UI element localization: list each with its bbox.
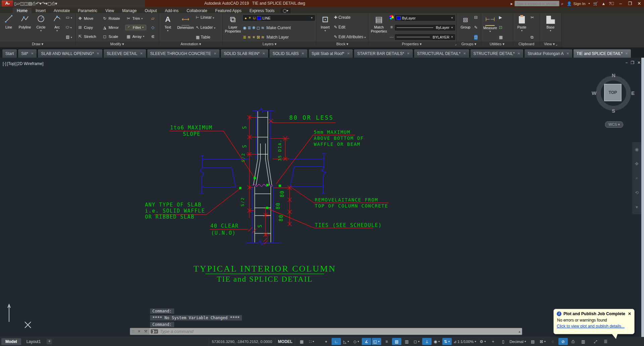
status-toggle-isolate-objects[interactable]: ◌ [548,338,558,345]
navigation-bar[interactable]: ◉ ✥ ⌕ ⟲ ▾ [632,142,641,214]
text-button[interactable]: A Text▾ [160,14,175,41]
file-tab[interactable]: STRUCTURE DETAIL*✕ [470,49,524,58]
measure-button[interactable]: ⊢⊣ Measure▾ [483,14,498,41]
viewport-view-control[interactable]: [Top] [7,61,16,66]
pan-icon[interactable]: ✥ [635,161,639,166]
paste-button[interactable]: Paste▾ [514,14,529,41]
grip-points[interactable] [239,177,281,209]
autodesk-mark-icon[interactable]: ▲ [601,1,605,6]
viewcube-top-face[interactable]: TOP [604,84,622,101]
app-store-cart-icon[interactable]: 🛒 [593,1,598,6]
layer-thaw-icon[interactable]: ☀ [248,16,252,20]
command-line-bar[interactable]: ∷ ✕ ⚒ ❯ ▾ ▲ [130,328,522,335]
wcs-dropdown[interactable]: WCS ▾ [605,121,623,128]
sign-in-caret-icon[interactable]: ▾ [588,2,590,5]
minimize-button[interactable]: – [616,0,625,7]
match-layer-button[interactable]: Match Layer [266,35,289,40]
status-toggle-object-snap[interactable]: ◱▼ [372,338,381,345]
viewcube-west[interactable]: W [592,90,596,96]
file-tab[interactable]: SLEEVE THROUGH CONCRETE✕ [147,49,220,58]
table-button[interactable]: ▦ Table [196,35,215,40]
mirror-button[interactable]: ◮Mirror [101,25,122,30]
leader-button[interactable]: ↖ Leader ▾ [196,25,215,31]
lineweight-dropdown[interactable]: BYLAYER▼ [395,34,455,40]
ellipse-tool-icon[interactable]: ⬭ ▾ [66,25,72,30]
panel-label-clipboard[interactable]: Clipboard [513,41,540,47]
status-toggle-polar-tracking[interactable]: ◺▼ [342,338,351,345]
quick-calc-icon[interactable]: ▦ [499,35,503,40]
rectangle-tool-icon[interactable]: ▭ ▾ [66,15,72,20]
navigation-wheel-icon[interactable]: ◉ [635,147,639,152]
color-wheel-icon[interactable] [389,15,394,19]
layer-color-swatch[interactable] [257,16,261,20]
edit-block-button[interactable]: ✎ Edit [334,25,366,30]
file-tab-close-icon[interactable]: ✕ [463,52,466,55]
ungroup-icon[interactable]: ⊟ [474,15,478,20]
copy-clip-icon[interactable]: ⧉ [531,35,534,40]
hatch-tool-icon[interactable]: ▨ ▾ [66,35,72,40]
cut-icon[interactable]: ✂ [531,15,534,20]
file-tab-close-icon[interactable]: ✕ [214,52,216,55]
redo-icon[interactable]: ↷ [42,1,45,6]
status-toggle-transparency[interactable]: ▨ [392,338,401,345]
viewcube-south[interactable]: S [612,108,615,114]
status-toggle-workspace-gear[interactable]: ⚙▼ [478,338,488,345]
status-toggle-annotation-scale[interactable]: ⊿1:1/100%▼ [452,338,478,345]
rotate-button[interactable]: ↻Rotate [101,16,122,21]
object-color-dropdown[interactable]: ByLayer ▼ [395,15,455,21]
zoom-extents-icon[interactable]: ⌕ [636,175,638,181]
panel-label-groups[interactable]: Groups ▾ [457,41,481,47]
notification-details-link[interactable]: Click to view plot and publish details..… [557,324,625,329]
viewcube[interactable]: TOP N S W E [595,75,632,112]
status-toggle-import-notify[interactable]: ▥ [579,338,588,345]
create-block-button[interactable]: ✚ Create [334,15,366,20]
file-tab[interactable]: STRUCTURAL DETAIL*✕ [414,49,469,58]
make-current-button[interactable]: Make Current [266,25,291,31]
new-layout-button[interactable]: + [47,339,52,344]
status-toggle-grid[interactable]: ▦ [297,338,306,345]
plot-icon[interactable]: ▤ [28,1,32,6]
help-icon[interactable]: ?⃝ [609,1,614,6]
move-button[interactable]: ✥Move [77,16,98,21]
drawing-restore-icon[interactable]: ❐ [631,60,634,65]
right-palette-strip[interactable] [641,58,644,337]
status-toggle-customize-menu[interactable]: ☰ [601,338,610,345]
batch-plot-icon[interactable]: ⎙ [52,1,55,6]
file-tab[interactable]: Start [2,49,17,58]
restore-button[interactable]: ❐ [625,0,635,7]
linetype-icon[interactable]: ≡ [390,25,393,30]
layer-dropdown-caret-icon[interactable]: ▼ [310,16,313,19]
offset-button[interactable]: ⋐ [150,34,157,39]
group-select-icon[interactable]: ⊡ [474,35,478,40]
status-toggle-plot-job[interactable]: ⎙ [568,338,578,345]
scale-button[interactable]: ◻Scale [101,34,122,39]
match-properties-button[interactable]: ▤ MatchProperties [370,14,388,41]
circle-button[interactable]: Circle▾ [34,14,48,41]
file-tab[interactable]: STARTER BAR DETAILS*✕ [354,49,413,58]
layer-unlock-icon[interactable]: ⊔ [253,16,256,20]
status-toggle-ortho[interactable]: ∟ [332,338,341,345]
command-close-icon[interactable]: ✕ [138,329,141,334]
status-toggle-snap[interactable]: ∷▼ [307,338,316,345]
file-tab-close-icon[interactable]: ✕ [347,52,350,55]
panel-label-properties[interactable]: Properties ▾ ⌟ [368,41,456,47]
keyword-search-input[interactable] [514,1,559,6]
panel-label-view[interactable]: View ▾ ⌟ [540,41,561,47]
array-button[interactable]: ▦Array▾ [125,34,146,39]
viewport-visual-style-control[interactable]: [2D Wireframe] [16,61,44,66]
search-collapse-icon[interactable]: ▸ [511,1,513,6]
print-icon[interactable]: ⎙ [32,1,36,6]
file-tab-close-icon[interactable]: ✕ [140,52,143,55]
fillet-button[interactable]: ◜Fillet▾ [125,25,146,30]
file-tab[interactable]: SOLID SLABS✕ [269,49,307,58]
insert-button[interactable]: ⊡ Insert▾ [318,14,333,41]
polyline-button[interactable]: Polyline [17,14,32,41]
qat-customize-icon[interactable]: ▾ [55,1,57,6]
panel-label-layers[interactable]: Layers ▾ [223,41,316,47]
command-scroll-up-icon[interactable]: ▲ [517,330,522,333]
file-tab[interactable]: Sill*✕ [18,49,37,58]
undo-icon[interactable]: ↶ [36,1,39,6]
arc-button[interactable]: Arc▾ [50,14,64,41]
model-space-canvas[interactable]: 1to6 MAXIMUM SLOPE 80 OR LESS 5mm MAXIMU… [0,58,644,337]
viewport-menu-control[interactable]: [-] [3,61,6,66]
